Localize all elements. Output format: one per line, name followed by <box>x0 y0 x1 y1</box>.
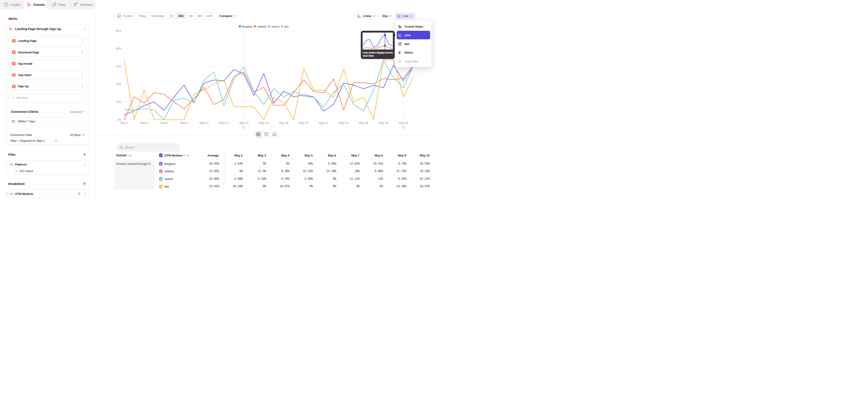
svg-text:May 8: May 8 <box>180 121 188 125</box>
svg-text:May 22: May 22 <box>319 121 329 125</box>
svg-text:May 4: May 4 <box>141 121 148 125</box>
svg-text:May 16: May 16 <box>259 121 269 125</box>
svg-text:20%: 20% <box>116 83 121 86</box>
svg-text:May 10: May 10 <box>199 121 209 125</box>
svg-text:1: 1 <box>243 126 245 129</box>
svg-text:May 20: May 20 <box>299 121 308 125</box>
svg-text:30%: 30% <box>116 65 121 68</box>
svg-text:May 26: May 26 <box>359 121 368 125</box>
svg-text:50%: 50% <box>116 29 121 33</box>
svg-text:May 18: May 18 <box>279 121 288 125</box>
svg-text:May 30: May 30 <box>399 121 408 125</box>
svg-text:May 6: May 6 <box>160 121 168 125</box>
svg-text:May 2: May 2 <box>121 121 128 125</box>
svg-text:May 24: May 24 <box>339 121 348 125</box>
svg-text:May 28: May 28 <box>379 121 388 125</box>
svg-text:0%: 0% <box>117 118 121 121</box>
svg-text:10%: 10% <box>116 100 121 103</box>
svg-text:40%: 40% <box>116 47 121 50</box>
svg-text:May 14: May 14 <box>239 121 249 125</box>
svg-text:1: 1 <box>403 126 404 129</box>
svg-text:May 12: May 12 <box>219 121 228 125</box>
